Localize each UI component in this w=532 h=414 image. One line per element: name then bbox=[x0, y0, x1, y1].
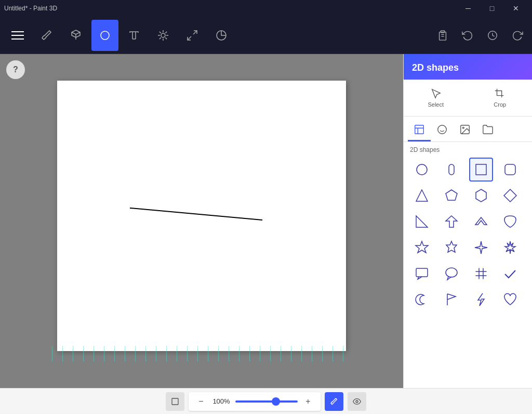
svg-line-9 bbox=[159, 31, 161, 33]
svg-rect-31 bbox=[505, 164, 515, 175]
svg-rect-0 bbox=[11, 31, 24, 32]
svg-point-44 bbox=[356, 400, 358, 403]
shape-star-6[interactable] bbox=[440, 236, 463, 260]
3d-button[interactable] bbox=[62, 20, 89, 51]
zoom-slider-thumb[interactable] bbox=[272, 397, 280, 406]
brushes-button[interactable] bbox=[33, 20, 60, 51]
category-tabs bbox=[404, 117, 532, 142]
shape-speech-rect[interactable] bbox=[410, 262, 434, 286]
zoom-container: − 100% + bbox=[189, 392, 321, 411]
shape-pentagon[interactable] bbox=[440, 184, 463, 208]
shape-pill[interactable] bbox=[440, 158, 463, 182]
select-tool-button[interactable]: Select bbox=[404, 84, 468, 112]
panel-title: 2D shapes bbox=[412, 62, 459, 73]
shape-flag[interactable] bbox=[440, 288, 463, 312]
svg-line-21 bbox=[130, 208, 262, 220]
sticker-button[interactable] bbox=[208, 20, 235, 51]
view-mode-button[interactable] bbox=[348, 392, 366, 411]
shape-star-5[interactable] bbox=[410, 236, 434, 260]
shape-starburst[interactable] bbox=[498, 236, 522, 260]
shape-star-4[interactable] bbox=[469, 236, 493, 260]
redo-button[interactable] bbox=[507, 25, 528, 46]
history-button[interactable] bbox=[482, 25, 503, 46]
crop-icon bbox=[494, 88, 506, 99]
shape-circle[interactable] bbox=[410, 158, 434, 182]
shape-crescent[interactable] bbox=[410, 288, 434, 312]
svg-line-10 bbox=[165, 37, 167, 39]
svg-point-3 bbox=[101, 31, 109, 40]
svg-line-14 bbox=[188, 36, 191, 40]
text-button[interactable] bbox=[121, 20, 148, 51]
svg-point-27 bbox=[462, 127, 464, 128]
shape-right-triangle[interactable] bbox=[410, 210, 434, 234]
svg-marker-39 bbox=[475, 241, 487, 254]
select-icon bbox=[430, 88, 442, 99]
svg-marker-38 bbox=[446, 241, 457, 252]
svg-point-4 bbox=[161, 33, 165, 37]
shape-speech-round[interactable] bbox=[440, 262, 463, 286]
shape-chevron-up[interactable] bbox=[469, 210, 493, 234]
svg-point-42 bbox=[446, 268, 457, 277]
svg-point-23 bbox=[438, 125, 447, 134]
svg-rect-30 bbox=[476, 164, 486, 175]
shape-lightning[interactable] bbox=[469, 288, 493, 312]
svg-rect-43 bbox=[172, 398, 178, 405]
shape-heart[interactable] bbox=[498, 288, 522, 312]
svg-line-11 bbox=[159, 37, 161, 39]
svg-rect-2 bbox=[11, 38, 24, 40]
svg-marker-34 bbox=[476, 189, 486, 202]
shape-rounded-rect[interactable] bbox=[498, 158, 522, 182]
shapes-grid bbox=[410, 158, 526, 312]
shape-diamond[interactable] bbox=[498, 184, 522, 208]
toolbar-left bbox=[4, 20, 235, 51]
svg-rect-1 bbox=[11, 35, 24, 36]
undo-button[interactable] bbox=[457, 25, 478, 46]
shape-arrow-up[interactable] bbox=[440, 210, 463, 234]
toolbar-right bbox=[432, 25, 528, 46]
svg-marker-36 bbox=[416, 216, 428, 227]
shape-leaf[interactable] bbox=[498, 210, 522, 234]
shape-cross[interactable] bbox=[469, 262, 493, 286]
canvas-area[interactable]: ? bbox=[0, 54, 403, 388]
canvas-grid bbox=[52, 346, 351, 361]
zoom-minus-button[interactable]: − bbox=[195, 395, 207, 408]
tab-2d-shapes[interactable] bbox=[408, 119, 431, 141]
menu-button[interactable] bbox=[4, 20, 31, 51]
title-bar-left: Untitled* - Paint 3D bbox=[4, 5, 57, 12]
shape-square[interactable] bbox=[469, 158, 493, 182]
resize-button[interactable] bbox=[179, 20, 206, 51]
bottom-bar: − 100% + bbox=[0, 388, 532, 414]
frame-button[interactable] bbox=[166, 392, 184, 411]
crop-tool-button[interactable]: Crop bbox=[468, 84, 533, 112]
shape-check[interactable] bbox=[498, 262, 522, 286]
svg-rect-22 bbox=[415, 125, 424, 134]
help-button[interactable]: ? bbox=[6, 60, 25, 79]
title-bar-controls: ─ □ ✕ bbox=[456, 0, 528, 17]
svg-rect-41 bbox=[416, 268, 428, 277]
tab-folder[interactable] bbox=[476, 119, 499, 141]
shape-hexagon[interactable] bbox=[469, 184, 493, 208]
svg-point-28 bbox=[417, 164, 427, 175]
maximize-button[interactable]: □ bbox=[480, 0, 504, 17]
pen-mode-button[interactable] bbox=[325, 392, 343, 411]
zoom-plus-button[interactable]: + bbox=[302, 395, 314, 408]
title-bar: Untitled* - Paint 3D ─ □ ✕ bbox=[0, 0, 532, 17]
drawing-canvas[interactable] bbox=[57, 81, 346, 351]
tab-photo[interactable] bbox=[454, 119, 476, 141]
shapes-section: 2D shapes bbox=[404, 142, 532, 388]
svg-marker-40 bbox=[505, 241, 515, 254]
svg-marker-32 bbox=[416, 190, 428, 201]
svg-marker-37 bbox=[416, 241, 428, 253]
minimize-button[interactable]: ─ bbox=[456, 0, 480, 17]
shape-triangle[interactable] bbox=[410, 184, 434, 208]
effects-button[interactable] bbox=[150, 20, 177, 51]
main-area: ? 2D shapes Select Crop bbox=[0, 54, 532, 388]
2d-shapes-button[interactable] bbox=[91, 20, 118, 51]
toolbar bbox=[0, 17, 532, 54]
svg-line-12 bbox=[165, 31, 167, 33]
panel-header: 2D shapes bbox=[404, 54, 532, 80]
tab-stickers[interactable] bbox=[431, 119, 454, 141]
paste-button[interactable] bbox=[432, 25, 453, 46]
close-button[interactable]: ✕ bbox=[504, 0, 528, 17]
zoom-slider-track[interactable] bbox=[235, 400, 298, 403]
